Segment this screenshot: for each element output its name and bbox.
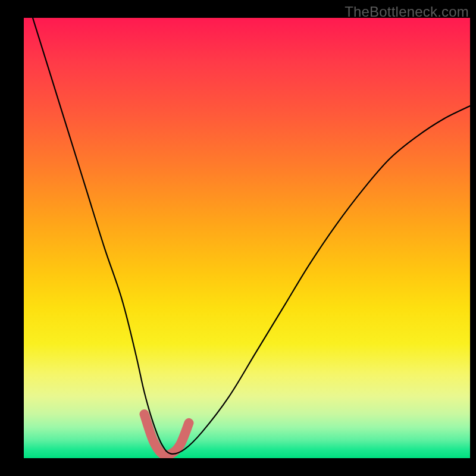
watermark-text: TheBottleneck.com <box>345 4 469 20</box>
ideal-zone-overlay <box>145 414 189 455</box>
chart-area <box>24 18 470 458</box>
bottleneck-curve <box>33 18 470 454</box>
chart-svg <box>24 18 470 458</box>
